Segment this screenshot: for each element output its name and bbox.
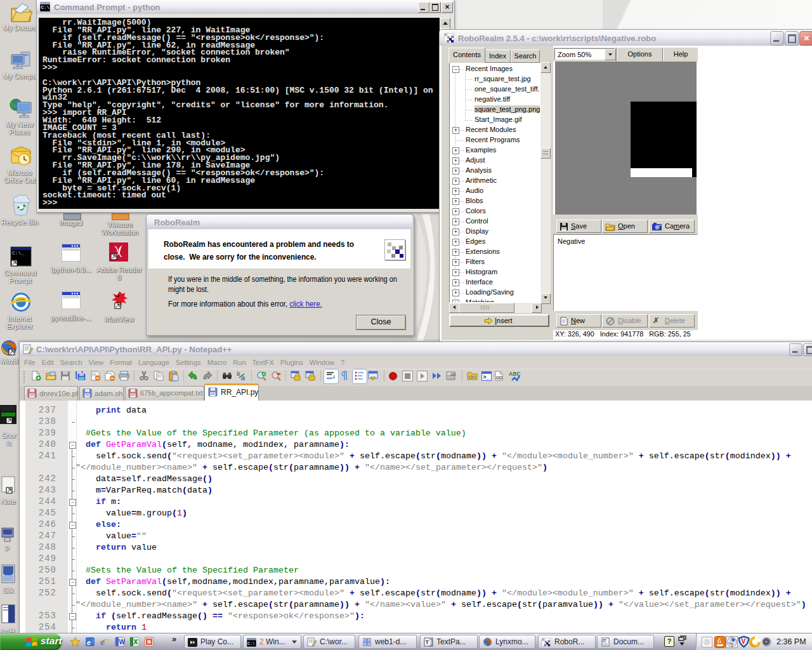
svg-text:X: X — [134, 639, 138, 646]
svg-text:C:\: C:\ — [247, 642, 255, 646]
svg-text:C:\_: C:\_ — [12, 250, 24, 256]
svg-text:>_: >_ — [483, 374, 490, 380]
svg-text:C:\: C:\ — [41, 5, 50, 10]
svg-text:V: V — [742, 638, 746, 645]
svg-text:W: W — [119, 639, 126, 646]
svg-text:b: b — [237, 371, 240, 377]
svg-text:ABC: ABC — [450, 373, 456, 376]
svg-text:W: W — [603, 639, 607, 643]
svg-text:T: T — [426, 639, 429, 646]
svg-text:e: e — [87, 639, 91, 646]
